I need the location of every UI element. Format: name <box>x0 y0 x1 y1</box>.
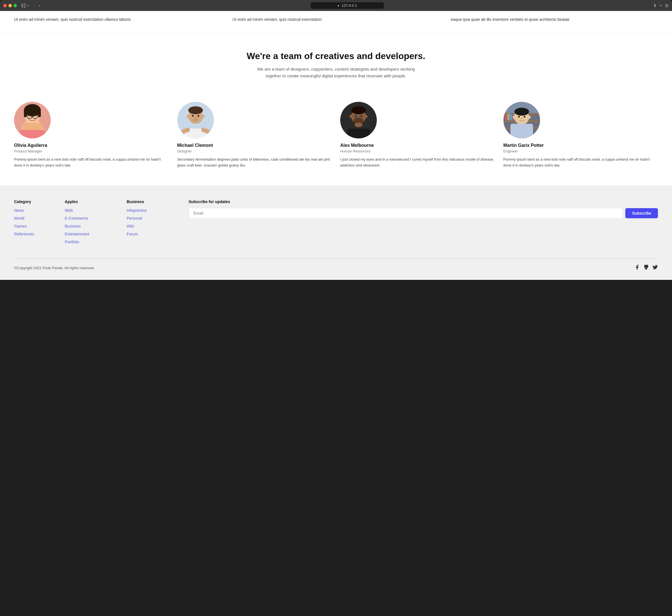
page-content: Ut enim ad minim veniam, quis nostrud ex… <box>0 11 672 280</box>
member-role-olivia: Product Manager <box>14 149 169 153</box>
list-item: Business <box>65 224 121 229</box>
team-member-michael: Michael Clemont Designer Secondary ferme… <box>177 102 332 168</box>
footer-col-category-heading: Category <box>14 199 59 204</box>
footer-col-apples: Apples Web E-Commerce Business Entertain… <box>65 199 121 247</box>
svg-point-53 <box>527 116 531 119</box>
forward-button[interactable]: › <box>37 3 41 9</box>
footer-link-personal[interactable]: Personal <box>127 216 142 221</box>
maximize-button[interactable] <box>14 4 17 7</box>
footer: Category News World Games References App… <box>0 185 672 280</box>
svg-rect-47 <box>509 114 512 120</box>
footer-col-business-links: Infopreneur Personal Wiki Forum <box>127 208 183 237</box>
svg-rect-57 <box>511 124 533 138</box>
subscribe-button[interactable]: Subscribe <box>625 208 658 218</box>
svg-point-38 <box>361 116 362 117</box>
footer-link-news[interactable]: News <box>14 208 24 213</box>
svg-rect-10 <box>24 110 27 117</box>
svg-point-19 <box>188 106 203 114</box>
social-icons <box>634 264 658 271</box>
footer-col-apples-links: Web E-Commerce Business Entertainment Po… <box>65 208 121 244</box>
footer-top: Category News World Games References App… <box>14 199 658 247</box>
footer-link-portfolio[interactable]: Portfolio <box>65 240 79 244</box>
minimize-button[interactable] <box>8 4 12 7</box>
team-member-alex: Alex Melbourne Human Resources I just cl… <box>340 102 495 168</box>
footer-link-wiki[interactable]: Wiki <box>127 224 134 228</box>
avatar-alex-image <box>340 102 377 138</box>
footer-bottom: ©Copyright 2021 Peak Panda. All rights r… <box>14 264 658 271</box>
svg-point-33 <box>364 115 368 118</box>
close-button[interactable] <box>3 4 7 7</box>
svg-point-55 <box>524 116 525 118</box>
member-bio-martin: Pommy ipsum bent as a nine bob note naff… <box>504 157 658 168</box>
svg-rect-46 <box>507 114 509 120</box>
list-item: Entertainment <box>65 231 121 237</box>
svg-point-54 <box>518 116 520 118</box>
svg-point-23 <box>197 115 199 117</box>
svg-point-51 <box>514 108 529 116</box>
svg-rect-45 <box>505 114 507 120</box>
avatar-martin <box>504 102 540 138</box>
top-text-1: Ut enim ad minim veniam, quis nostrud ex… <box>14 17 221 23</box>
footer-link-web[interactable]: Web <box>65 208 73 213</box>
twitter-icon[interactable] <box>652 264 658 271</box>
footer-link-world[interactable]: World <box>14 216 24 221</box>
subscribe-heading: Subscribe for updates <box>188 199 658 204</box>
footer-link-references[interactable]: References <box>14 232 34 236</box>
sidebar-toggle[interactable] <box>21 4 29 8</box>
svg-rect-8 <box>20 130 45 138</box>
svg-point-39 <box>355 123 363 127</box>
subscribe-form: Subscribe <box>188 208 658 219</box>
shield-icon: ● <box>338 4 340 8</box>
member-bio-alex: I just closed my eyes and in a nanosecon… <box>340 157 495 168</box>
list-item: References <box>14 231 59 237</box>
avatar-olivia <box>14 102 51 138</box>
svg-point-12 <box>29 105 36 111</box>
footer-link-entertainment[interactable]: Entertainment <box>65 232 89 236</box>
avatar-michael-image <box>177 102 214 138</box>
nav-arrows[interactable]: ‹ › <box>33 3 41 9</box>
browser-titlebar: ‹ › ● 127.0.0.1 ⬆ + ⊞ <box>0 0 672 11</box>
svg-point-37 <box>355 116 357 117</box>
team-grid: Olivia Aguilerra Product Manager Pommy i… <box>0 102 672 185</box>
team-section: We're a team of creatives and developers… <box>0 34 672 102</box>
top-text-2: Ut enim ad minim veniam, quis nostrud ex… <box>232 17 440 23</box>
footer-link-infopreneur[interactable]: Infopreneur <box>127 208 147 213</box>
footer-col-business: Business Infopreneur Personal Wiki Forum <box>127 199 183 247</box>
footer-col-category: Category News World Games References <box>14 199 59 247</box>
svg-point-21 <box>201 115 204 118</box>
footer-col-business-heading: Business <box>127 199 183 204</box>
svg-point-52 <box>513 116 516 119</box>
svg-point-31 <box>351 106 366 114</box>
member-name-olivia: Olivia Aguilerra <box>14 143 169 148</box>
list-item: Wiki <box>127 224 183 229</box>
member-role-michael: Designer <box>177 149 332 153</box>
footer-link-games[interactable]: Games <box>14 224 27 228</box>
browser-window: ‹ › ● 127.0.0.1 ⬆ + ⊞ Ut enim ad minim v… <box>0 0 672 280</box>
member-bio-michael: Secondary fermentation degrees plato uni… <box>177 157 332 168</box>
top-partial-section: Ut enim ad minim veniam, quis nostrud ex… <box>0 11 672 34</box>
footer-col-apples-heading: Apples <box>65 199 121 204</box>
grid-icon[interactable]: ⊞ <box>665 3 669 8</box>
footer-subscribe-col: Subscribe for updates Subscribe <box>188 199 658 247</box>
new-tab-icon[interactable]: + <box>660 3 662 8</box>
footer-link-ecommerce[interactable]: E-Commerce <box>65 216 88 221</box>
svg-rect-3 <box>24 7 26 8</box>
team-subtitle: We are a team of designers, copywriters,… <box>251 66 421 79</box>
svg-point-20 <box>186 115 190 118</box>
email-input[interactable] <box>188 208 623 219</box>
footer-link-business[interactable]: Business <box>65 224 81 228</box>
github-icon[interactable] <box>643 264 649 271</box>
svg-rect-1 <box>24 4 26 4</box>
facebook-icon[interactable] <box>634 264 640 271</box>
share-icon[interactable]: ⬆ <box>653 3 657 8</box>
team-member-martin: Martin Garix Potter Engineer Pommy ipsum… <box>504 102 658 168</box>
avatar-alex <box>340 102 377 138</box>
address-bar-container: ● 127.0.0.1 <box>44 2 651 9</box>
footer-link-forum[interactable]: Forum <box>127 232 138 236</box>
back-button[interactable]: ‹ <box>33 3 36 9</box>
svg-rect-28 <box>347 129 370 138</box>
avatar-olivia-image <box>14 102 51 138</box>
address-bar[interactable]: ● 127.0.0.1 <box>311 2 384 9</box>
list-item: E-Commerce <box>65 216 121 221</box>
top-text-3: eaque ipsa quae ab illo inventore verita… <box>451 17 658 23</box>
